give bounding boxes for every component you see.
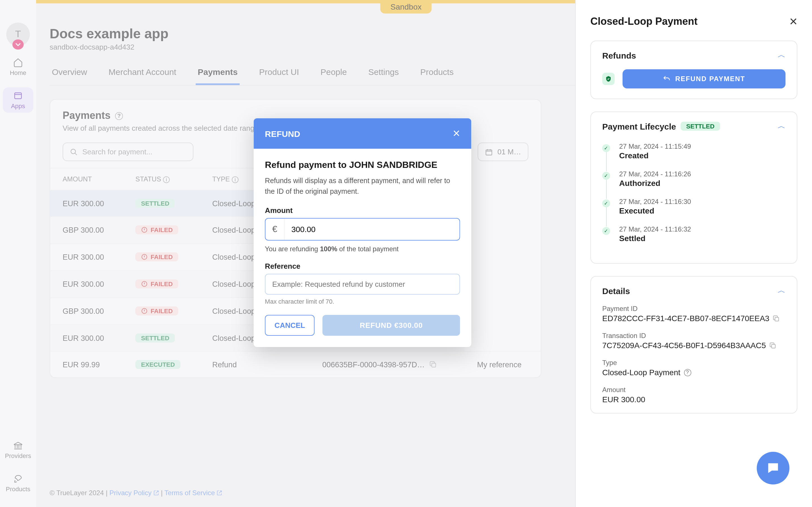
cancel-button[interactable]: CANCEL: [265, 315, 315, 335]
amount-input-wrap: €: [265, 218, 460, 240]
side-drawer: Closed-Loop Payment × Refunds ︿ REFUND P…: [575, 0, 812, 507]
modal-heading: Refund payment to JOHN SANDBRIDGE: [265, 160, 460, 170]
amount-input[interactable]: [285, 219, 459, 239]
refund-hint: You are refunding 100% of the total paym…: [265, 245, 460, 252]
chevron-up-icon: ︿: [777, 286, 785, 296]
svg-rect-10: [772, 344, 775, 348]
close-icon[interactable]: ×: [790, 13, 797, 29]
copy-icon[interactable]: [773, 315, 780, 322]
lifecycle-timestamp: 27 Mar, 2024 - 11:16:26: [619, 170, 691, 178]
lifecycle-label: Created: [619, 151, 691, 160]
detail-key: Transaction ID: [602, 332, 785, 340]
lifecycle-label: Executed: [619, 206, 691, 215]
check-icon: ✓: [602, 172, 610, 180]
refund-payment-button[interactable]: REFUND PAYMENT: [622, 69, 785, 89]
refund-submit-button[interactable]: REFUND €300.00: [322, 315, 460, 335]
status-badge: SETTLED: [680, 122, 720, 131]
detail-key: Payment ID: [602, 305, 785, 313]
modal-title: REFUND: [265, 129, 300, 138]
panel-title: Refunds: [602, 50, 636, 60]
help-icon[interactable]: ?: [684, 369, 691, 376]
panel-toggle[interactable]: Details ︿: [591, 277, 797, 305]
detail-key: Type: [602, 359, 785, 367]
reference-input[interactable]: [265, 274, 460, 294]
panel-title: Details: [602, 286, 630, 295]
lifecycle-step: ✓ 27 Mar, 2024 - 11:15:49 Created: [602, 143, 785, 160]
lifecycle-timestamp: 27 Mar, 2024 - 11:16:32: [619, 225, 691, 233]
close-icon[interactable]: ×: [453, 126, 460, 141]
check-icon: ✓: [602, 227, 610, 235]
lifecycle-timestamp: 27 Mar, 2024 - 11:16:30: [619, 198, 691, 206]
button-label: REFUND PAYMENT: [675, 75, 745, 83]
svg-rect-9: [775, 317, 779, 321]
char-limit-text: Max character limit of 70.: [265, 298, 460, 304]
panel-toggle[interactable]: Payment LifecycleSETTLED ︿: [591, 112, 797, 140]
chat-fab[interactable]: [757, 452, 790, 485]
lifecycle-step: ✓ 27 Mar, 2024 - 11:16:32 Settled: [602, 225, 785, 243]
copy-icon[interactable]: [769, 342, 777, 349]
lifecycle-label: Authorized: [619, 179, 691, 187]
amount-label: Amount: [265, 206, 460, 214]
lifecycle-label: Settled: [619, 234, 691, 243]
panel-toggle[interactable]: Refunds ︿: [591, 41, 797, 69]
chevron-up-icon: ︿: [777, 50, 785, 60]
lifecycle-panel: Payment LifecycleSETTLED ︿ ✓ 27 Mar, 202…: [591, 112, 797, 264]
drawer-title: Closed-Loop Payment: [591, 15, 698, 27]
chat-icon: [766, 461, 780, 475]
detail-value: EUR 300.00: [602, 395, 645, 404]
detail-key: Amount: [602, 386, 785, 394]
check-icon: ✓: [602, 200, 610, 207]
refund-modal: REFUND × Refund payment to JOHN SANDBRID…: [254, 118, 471, 347]
lifecycle-step: ✓ 27 Mar, 2024 - 11:16:30 Executed: [602, 198, 785, 215]
currency-symbol: €: [266, 218, 285, 240]
reply-icon: [663, 75, 671, 83]
refunds-panel: Refunds ︿ REFUND PAYMENT: [591, 41, 797, 99]
panel-title: Payment Lifecycle: [602, 121, 676, 131]
shield-check-icon: [602, 73, 615, 85]
lifecycle-timestamp: 27 Mar, 2024 - 11:15:49: [619, 143, 691, 151]
lifecycle-step: ✓ 27 Mar, 2024 - 11:16:26 Authorized: [602, 170, 785, 187]
detail-value: ED782CCC-FF31-4CE7-BB07-8ECF1470EEA3: [602, 314, 769, 323]
check-icon: ✓: [602, 144, 610, 152]
modal-note: Refunds will display as a different paym…: [265, 176, 460, 197]
reference-label: Reference: [265, 262, 460, 270]
detail-value: Closed-Loop Payment: [602, 368, 680, 377]
details-panel: Details ︿ Payment ID ED782CCC-FF31-4CE7-…: [591, 276, 797, 413]
chevron-up-icon: ︿: [777, 121, 785, 131]
detail-value: 7C75209A-CF43-4C56-B0F1-D5964B3AAAC5: [602, 341, 766, 350]
